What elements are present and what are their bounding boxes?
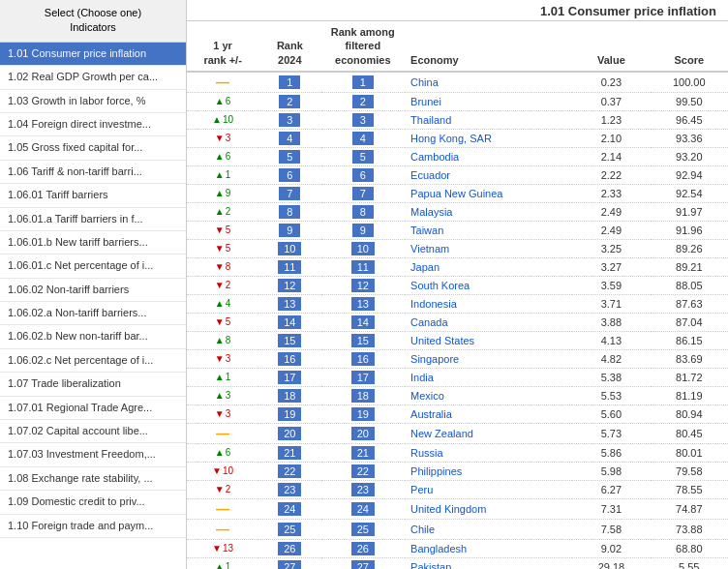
cell-rank: 16 (258, 349, 320, 368)
table-row: ▼22323Peru6.2778.55 (187, 480, 728, 498)
cell-rank-filtered: 17 (321, 368, 406, 386)
cell-value: 5.86 (572, 443, 650, 462)
sidebar-item-1.07.03[interactable]: 1.07.03 Investment Freedom,... (0, 443, 186, 466)
sidebar-item-1.07.01[interactable]: 1.07.01 Regional Trade Agre... (0, 397, 186, 420)
cell-economy[interactable]: Thailand (405, 110, 572, 129)
cell-economy[interactable]: Brunei (405, 92, 572, 110)
cell-rank-filtered: 25 (321, 519, 406, 539)
sidebar-item-1.09[interactable]: 1.09 Domestic credit to priv... (0, 491, 186, 514)
sidebar-item-1.01[interactable]: 1.01 Consumer price inflation (0, 43, 186, 66)
cell-change: ▼5 (187, 239, 258, 257)
cell-economy[interactable]: Ecuador (405, 165, 572, 184)
sidebar-item-1.02[interactable]: 1.02 Real GDP Growth per ca... (0, 66, 186, 89)
cell-score: 86.15 (651, 331, 728, 349)
cell-rank-filtered: 21 (321, 443, 406, 462)
cell-score: 88.05 (651, 276, 728, 294)
sidebar-header-line2: Indicators (70, 21, 116, 33)
cell-economy[interactable]: Mexico (405, 386, 572, 404)
cell-economy[interactable]: Canada (405, 313, 572, 331)
cell-economy[interactable]: United States (405, 331, 572, 349)
sidebar-item-1.06.01c[interactable]: 1.06.01.c Net percentage of i... (0, 255, 186, 278)
cell-change: ▼5 (187, 221, 258, 239)
cell-rank: 10 (258, 239, 320, 257)
cell-change: ▲6 (187, 443, 258, 462)
cell-rank: 24 (258, 498, 320, 519)
cell-rank: 8 (258, 202, 320, 221)
cell-economy[interactable]: Papua New Guinea (405, 184, 572, 202)
cell-value: 0.37 (572, 92, 650, 110)
cell-value: 7.58 (572, 519, 650, 539)
cell-rank: 26 (258, 539, 320, 557)
table-row: ▼31919Australia5.6080.94 (187, 404, 728, 423)
sidebar-item-1.05[interactable]: 1.05 Gross fixed capital for... (0, 136, 186, 160)
cell-change: — (187, 72, 258, 93)
cell-score: 74.87 (651, 498, 728, 519)
cell-rank-filtered: 3 (321, 110, 406, 129)
cell-economy[interactable]: South Korea (405, 276, 572, 294)
table-row: —2525Chile7.5873.88 (187, 519, 728, 539)
cell-economy[interactable]: Malaysia (405, 202, 572, 221)
cell-score: 93.36 (651, 129, 728, 147)
cell-economy[interactable]: Taiwan (405, 221, 572, 239)
sidebar-item-1.08[interactable]: 1.08 Exchange rate stability, ... (0, 467, 186, 491)
cell-economy[interactable]: New Zealand (405, 423, 572, 443)
sidebar-item-1.06.02c[interactable]: 1.06.02.c Net percentage of i... (0, 349, 186, 373)
table-row: ▲977Papua New Guinea2.3392.54 (187, 184, 728, 202)
sidebar-item-1.03[interactable]: 1.03 Growth in labor force, % (0, 90, 186, 113)
sidebar-item-1.06.01a[interactable]: 1.06.01.a Tariff barriers in f... (0, 208, 186, 231)
sidebar-item-1.07.02[interactable]: 1.07.02 Capital account libe... (0, 420, 186, 443)
cell-economy[interactable]: Pakistan (405, 557, 572, 569)
cell-rank-filtered: 13 (321, 294, 406, 313)
cell-value: 3.27 (572, 257, 650, 276)
cell-economy[interactable]: Chile (405, 519, 572, 539)
cell-economy[interactable]: Vietnam (405, 239, 572, 257)
col-rank-filtered: Rank amongfilteredeconomies (321, 21, 406, 72)
cell-rank: 21 (258, 443, 320, 462)
cell-rank-filtered: 16 (321, 349, 406, 368)
table-row: ▼132626Bangladesh9.0268.80 (187, 539, 728, 557)
sidebar: Select (Choose one) Indicators 1.01 Cons… (0, 0, 187, 569)
cell-change: ▼5 (187, 313, 258, 331)
cell-value: 4.82 (572, 349, 650, 368)
cell-score: 68.80 (651, 539, 728, 557)
table-row: ▼51010Vietnam3.2589.26 (187, 239, 728, 257)
sidebar-item-1.06[interactable]: 1.06 Tariff & non-tariff barri... (0, 161, 186, 184)
cell-economy[interactable]: Cambodia (405, 147, 572, 165)
cell-economy[interactable]: United Kingdom (405, 498, 572, 519)
sidebar-item-1.07[interactable]: 1.07 Trade liberalization (0, 373, 186, 396)
cell-score: 87.04 (651, 313, 728, 331)
cell-economy[interactable]: Philippines (405, 462, 572, 480)
cell-score: 79.58 (651, 462, 728, 480)
sidebar-item-1.04[interactable]: 1.04 Foreign direct investme... (0, 113, 186, 136)
cell-economy[interactable]: Russia (405, 443, 572, 462)
table-row: ▲11717India5.3881.72 (187, 368, 728, 386)
cell-economy[interactable]: India (405, 368, 572, 386)
cell-rank: 15 (258, 331, 320, 349)
sidebar-item-1.06.02[interactable]: 1.06.02 Non-tariff barriers (0, 279, 186, 302)
table-row: —2424United Kingdom7.3174.87 (187, 498, 728, 519)
cell-economy[interactable]: Peru (405, 480, 572, 498)
cell-economy[interactable]: Singapore (405, 349, 572, 368)
cell-rank: 4 (258, 129, 320, 147)
cell-value: 5.60 (572, 404, 650, 423)
cell-economy[interactable]: China (405, 72, 572, 93)
cell-rank: 3 (258, 110, 320, 129)
sidebar-item-1.06.02b[interactable]: 1.06.02.b New non-tariff bar... (0, 325, 186, 348)
cell-score: 96.45 (651, 110, 728, 129)
cell-value: 2.49 (572, 221, 650, 239)
cell-economy[interactable]: Japan (405, 257, 572, 276)
cell-economy[interactable]: Hong Kong, SAR (405, 129, 572, 147)
cell-economy[interactable]: Indonesia (405, 294, 572, 313)
cell-score: 5.55 (651, 557, 728, 569)
cell-change: — (187, 498, 258, 519)
sidebar-item-1.06.01[interactable]: 1.06.01 Tariff barriers (0, 184, 186, 207)
sidebar-item-1.06.02a[interactable]: 1.06.02.a Non-tariff barriers... (0, 302, 186, 325)
sidebar-item-1.06.01b[interactable]: 1.06.01.b New tariff barriers... (0, 231, 186, 255)
cell-economy[interactable]: Australia (405, 404, 572, 423)
table-row: ▼51414Canada3.8887.04 (187, 313, 728, 331)
cell-value: 2.22 (572, 165, 650, 184)
sidebar-item-1.10[interactable]: 1.10 Foreign trade and paym... (0, 515, 186, 538)
table-row: ▼21212South Korea3.5988.05 (187, 276, 728, 294)
cell-economy[interactable]: Bangladesh (405, 539, 572, 557)
data-table-container[interactable]: 1 yrrank +/- Rank2024 Rank amongfiltered… (187, 21, 728, 569)
